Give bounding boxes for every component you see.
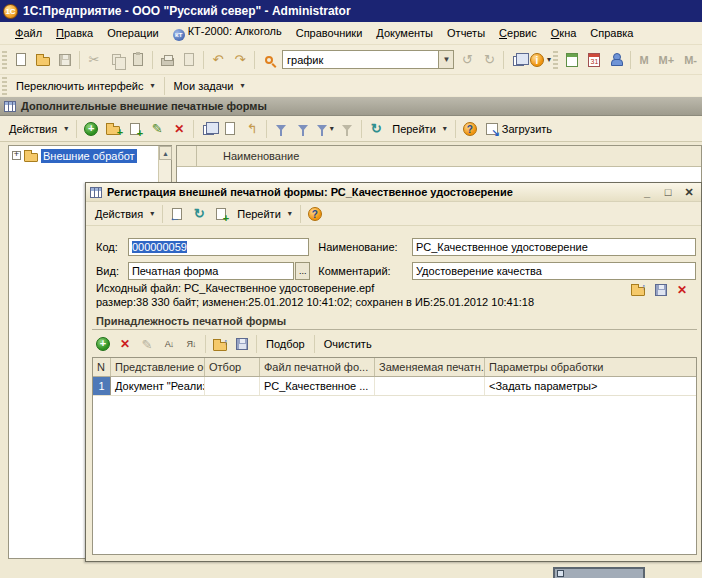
calendar-icon[interactable] xyxy=(583,49,605,71)
header-print-file[interactable]: Файл печатной фо... xyxy=(260,358,375,376)
toolbar-grip[interactable] xyxy=(553,51,558,69)
menu-kt2000[interactable]: КТКТ-2000: Алкоголь xyxy=(166,22,289,44)
toolbar-grip[interactable] xyxy=(2,51,7,69)
print-preview-icon[interactable] xyxy=(178,49,200,71)
cell-replaced-form[interactable] xyxy=(375,377,485,395)
calculator-icon[interactable] xyxy=(561,49,583,71)
header-n[interactable]: N xyxy=(93,358,111,376)
cell-print-file[interactable]: РС_Качественное ... xyxy=(260,377,375,395)
close-icon[interactable]: ✕ xyxy=(681,186,697,199)
goto-button[interactable]: Перейти▾ xyxy=(387,121,452,137)
sort-descending-icon[interactable]: Я↓ xyxy=(180,333,202,355)
cell-n[interactable]: 1 xyxy=(93,377,111,395)
menu-help[interactable]: Справка xyxy=(583,24,640,42)
menu-documents[interactable]: Документы xyxy=(369,24,440,42)
copy-item-icon[interactable] xyxy=(210,203,232,225)
header-selection[interactable]: Отбор xyxy=(205,358,260,376)
find-next-icon[interactable]: ↻ xyxy=(478,49,500,71)
refresh-icon[interactable]: ↻ xyxy=(365,118,387,140)
pick-button[interactable]: Подбор xyxy=(260,334,311,354)
filter-by-value-icon[interactable]: ▾ xyxy=(314,118,336,140)
code-input[interactable]: 000000059 xyxy=(128,238,309,256)
header-representation[interactable]: Представление об... xyxy=(111,358,205,376)
open-icon[interactable] xyxy=(32,49,54,71)
view-list-icon[interactable] xyxy=(197,118,219,140)
actions-button[interactable]: Действия▾ xyxy=(4,121,73,137)
dialog-actions-button[interactable]: Действия▾ xyxy=(90,206,159,222)
expand-icon[interactable] xyxy=(12,151,21,160)
cell-processing-params[interactable]: <Задать параметры> xyxy=(485,377,696,395)
menu-edit[interactable]: Правка xyxy=(49,24,100,42)
view-hierarchy-icon[interactable] xyxy=(219,118,241,140)
save-order-icon[interactable] xyxy=(231,333,253,355)
list-name-header[interactable]: Наименование xyxy=(197,146,701,166)
maximize-icon[interactable]: □ xyxy=(660,186,676,198)
delete-file-icon[interactable]: ✕ xyxy=(677,284,687,296)
scroll-up-icon[interactable]: ▲ xyxy=(159,146,172,160)
menu-catalogs[interactable]: Справочники xyxy=(289,24,370,42)
row-delete-icon[interactable]: ✕ xyxy=(114,333,136,355)
add-icon[interactable] xyxy=(80,118,102,140)
memory-recall-button[interactable]: M xyxy=(634,54,653,66)
row-edit-icon[interactable]: ✎ xyxy=(136,333,158,355)
memory-minus-button[interactable]: M- xyxy=(679,54,702,66)
tree-item-external-processing[interactable]: Внешние обработ xyxy=(9,146,171,165)
search-dropdown-icon[interactable]: ▼ xyxy=(438,51,453,68)
windows-list-icon[interactable] xyxy=(507,49,529,71)
name-input[interactable]: РС_Качественное удостоверение xyxy=(412,238,696,256)
header-processing-params[interactable]: Параметры обработки xyxy=(485,358,696,376)
search-combobox[interactable]: график ▼ xyxy=(282,50,454,69)
search-value[interactable]: график xyxy=(283,54,438,66)
minimize-icon[interactable]: _ xyxy=(639,186,655,198)
user-monitor-icon[interactable] xyxy=(605,49,627,71)
print-icon[interactable] xyxy=(156,49,178,71)
save-file-icon[interactable] xyxy=(655,284,667,296)
menu-operations[interactable]: Операции xyxy=(100,24,165,42)
menu-service[interactable]: Сервис xyxy=(492,24,544,42)
load-button[interactable]: Загрузить xyxy=(481,121,557,137)
sort-ascending-icon[interactable]: А↓ xyxy=(158,333,180,355)
move-item-icon[interactable]: ↰ xyxy=(241,118,263,140)
filter-clear-icon[interactable] xyxy=(336,118,358,140)
find-previous-icon[interactable]: ↺ xyxy=(456,49,478,71)
paste-icon[interactable] xyxy=(127,49,149,71)
comment-input[interactable]: Удостоверение качества xyxy=(412,262,696,280)
toolbar-grip[interactable] xyxy=(2,77,7,95)
help-icon[interactable]: ? xyxy=(304,203,326,225)
dialog-title-bar[interactable]: Регистрация внешней печатной формы: РС_К… xyxy=(86,183,701,202)
add-group-icon[interactable] xyxy=(102,118,124,140)
save-icon[interactable] xyxy=(54,49,76,71)
kind-input[interactable]: Печатная форма xyxy=(128,262,294,280)
menu-reports[interactable]: Отчеты xyxy=(440,24,492,42)
table-row[interactable]: 1 Документ "Реализ... РС_Качественное ..… xyxy=(93,377,696,396)
new-document-icon[interactable] xyxy=(10,49,32,71)
help-icon[interactable]: ? xyxy=(459,118,481,140)
header-replaced-form[interactable]: Заменяемая печатн... xyxy=(375,358,485,376)
menu-file[interactable]: Файл xyxy=(8,24,49,42)
memory-plus-button[interactable]: M+ xyxy=(654,54,680,66)
tree-item-label[interactable]: Внешние обработ xyxy=(41,149,137,163)
move-up-icon[interactable] xyxy=(209,333,231,355)
cell-representation[interactable]: Документ "Реализ... xyxy=(111,377,205,395)
edit-icon[interactable]: ✎ xyxy=(146,118,168,140)
filter-icon[interactable] xyxy=(292,118,314,140)
menu-windows[interactable]: Окна xyxy=(544,24,584,42)
list-window-title-bar[interactable]: Дополнительные внешние печатные формы xyxy=(0,97,702,116)
undo-icon[interactable]: ↶ xyxy=(207,49,229,71)
cell-selection[interactable] xyxy=(205,377,260,395)
reread-icon[interactable] xyxy=(166,203,188,225)
switch-interface-button[interactable]: Переключить интерфейс▾ xyxy=(10,76,161,96)
copy-item-icon[interactable] xyxy=(124,118,146,140)
redo-icon[interactable]: ↷ xyxy=(229,49,251,71)
delete-icon[interactable]: ✕ xyxy=(168,118,190,140)
cut-icon[interactable]: ✂ xyxy=(83,49,105,71)
filter-set-icon[interactable] xyxy=(270,118,292,140)
dialog-goto-button[interactable]: Перейти▾ xyxy=(232,206,297,222)
kind-select-button[interactable]: ... xyxy=(295,262,310,280)
refresh-icon[interactable]: ↻ xyxy=(188,203,210,225)
my-tasks-button[interactable]: Мои задачи▾ xyxy=(168,76,251,96)
row-add-icon[interactable] xyxy=(92,333,114,355)
search-icon[interactable] xyxy=(258,49,280,71)
replace-file-icon[interactable] xyxy=(631,287,645,296)
copy-icon[interactable] xyxy=(105,49,127,71)
